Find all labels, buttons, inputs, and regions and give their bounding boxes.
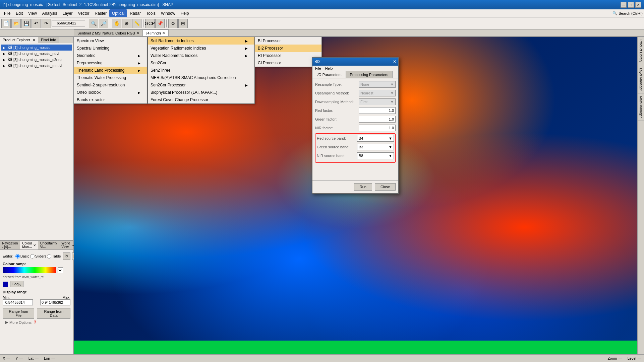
toolbar-select[interactable]: ⊕: [122, 19, 131, 28]
world-view-tab[interactable]: World View: [59, 241, 72, 249]
menu-vector[interactable]: Vector: [75, 9, 92, 17]
menu-vegetation-radiometric[interactable]: Vegetation Radiometric Indices ▶: [148, 45, 254, 52]
maximize-button[interactable]: □: [628, 2, 634, 8]
toolbar-new[interactable]: 📄: [1, 19, 11, 28]
menu-biophysical[interactable]: Biophysical Processor (LAI, fAPAR...): [148, 89, 254, 96]
minimize-button[interactable]: —: [621, 2, 627, 8]
run-button[interactable]: Run: [354, 183, 372, 191]
tab-mndri[interactable]: [4] mndri ✕: [143, 29, 169, 36]
min-input[interactable]: [3, 299, 33, 305]
nir-source-band-row: NIR source band: B8 ▼: [317, 152, 394, 159]
menu-sentinel2-sr[interactable]: Sentinel-2 super-resolution: [74, 81, 147, 89]
nir-factor-input[interactable]: [359, 125, 396, 131]
layer-manager-tab[interactable]: Layer Manager: [638, 65, 644, 93]
world-view-label: World View: [61, 241, 70, 249]
menu-thematic-water[interactable]: Thematic Water Processing: [74, 74, 147, 81]
toolbar-zoom-in[interactable]: 🔍: [89, 19, 98, 28]
menu-geometric[interactable]: Geometric ▶: [74, 52, 147, 59]
math-manager-tab[interactable]: Math Manager: [638, 93, 644, 121]
toolbar-gcp[interactable]: GCP: [145, 19, 155, 28]
tree-item-2[interactable]: ▶ 🖼 [2] chongming_mosaic_ndvi: [1, 51, 72, 57]
menu-spectral-unmixing[interactable]: Spectral Unmixing: [74, 45, 147, 52]
toolbar-pin[interactable]: 📌: [155, 19, 165, 28]
menu-orfeo[interactable]: OrfeoToolbox ▶: [74, 89, 147, 96]
menu-soil-radiometric[interactable]: Soil Radiometric Indices ▶: [148, 37, 254, 45]
menu-file[interactable]: File: [1, 9, 13, 17]
menu-tools[interactable]: Tools: [143, 9, 158, 17]
menu-sen2cor[interactable]: Sen2Cor: [148, 59, 254, 67]
toolbar-extra1[interactable]: ⚙: [168, 19, 178, 28]
menu-window[interactable]: Window: [158, 9, 178, 17]
toolbar-zoom-out[interactable]: 🔎: [99, 19, 108, 28]
more-options-section[interactable]: ▶ More Options ❓: [3, 319, 70, 326]
menu-help[interactable]: Help: [178, 9, 192, 17]
close-dialog-button[interactable]: Close: [375, 183, 396, 191]
menu-sen2three[interactable]: Sen2Three: [148, 67, 254, 74]
tab-close-icon[interactable]: ✕: [136, 31, 139, 35]
editor-basic-radio[interactable]: [15, 254, 20, 259]
menu-bi2-processor[interactable]: BI2 Processor: [255, 45, 321, 52]
toolbar-measure[interactable]: 📏: [132, 19, 141, 28]
log10-button[interactable]: Log₁₀: [10, 281, 23, 287]
menu-layer[interactable]: Layer: [60, 9, 75, 17]
max-input[interactable]: [40, 299, 70, 305]
dialog-tab-processing[interactable]: Processing Parameters: [346, 71, 393, 78]
tab-natural-colors[interactable]: Sentinel 2 MSI Natural Colors RGB ✕: [74, 29, 143, 36]
menu-preprocessing[interactable]: Preprocessing ▶: [74, 59, 147, 67]
uncertainty-tab[interactable]: Uncertainty Vi---: [38, 241, 60, 249]
menu-edit[interactable]: Edit: [13, 9, 25, 17]
colour-manager-close[interactable]: ✕: [33, 243, 36, 247]
red-factor-row: Red factor:: [315, 107, 396, 114]
toolbar-save[interactable]: 💾: [21, 19, 31, 28]
editor-sliders-radio[interactable]: [30, 254, 35, 259]
toolbar-extra2[interactable]: ⊞: [178, 19, 188, 28]
pixel-info-label: Pixel Info: [41, 38, 56, 42]
pixel-info-tab[interactable]: Pixel Info: [38, 37, 59, 43]
menu-bi-processor[interactable]: BI Processor: [255, 37, 321, 45]
menu-water-radiometric[interactable]: Water Radiometric Indices ▶: [148, 52, 254, 59]
refresh-button[interactable]: ↻: [63, 252, 70, 260]
tab-close-icon[interactable]: ✕: [162, 31, 165, 35]
menu-meris[interactable]: MERIS/(A)ATSR SMAC Atmospheric Correctio…: [148, 74, 254, 81]
toolbar-pan[interactable]: ✋: [112, 19, 121, 28]
green-factor-input[interactable]: [359, 116, 396, 123]
dialog-menu-file[interactable]: File: [315, 66, 321, 70]
range-from-data-button[interactable]: Range from Data: [37, 308, 70, 319]
colour-manager-tab[interactable]: Colour Man--- ✕: [20, 241, 38, 249]
upsampling-select[interactable]: Nearest ▼: [359, 90, 396, 96]
product-explorer-close[interactable]: ✕: [33, 38, 35, 42]
resample-select[interactable]: None ▼: [359, 81, 396, 88]
tree-item-1[interactable]: ▶ 🖼 [1] chongming_mosaic: [1, 45, 72, 51]
menu-sen2cor-processor[interactable]: Sen2Cor Processor ▶: [148, 81, 254, 89]
navigation-tab[interactable]: Navigation - [4]---: [0, 241, 20, 249]
green-source-band-select[interactable]: B3 ▼: [357, 144, 394, 150]
question-icon[interactable]: ❓: [33, 320, 37, 324]
product-library-tab[interactable]: Product Library: [638, 37, 644, 65]
menu-view[interactable]: View: [25, 9, 40, 17]
menu-raster[interactable]: Raster: [92, 9, 109, 17]
downsampling-select[interactable]: First ▼: [359, 98, 396, 105]
colour-ramp-dropdown[interactable]: [58, 267, 63, 273]
range-from-file-button[interactable]: Range from File: [3, 308, 34, 319]
toolbar-redo[interactable]: ↷: [42, 19, 51, 28]
menu-optical[interactable]: Optical: [109, 9, 127, 17]
menu-spectrum-view[interactable]: Spectrum View: [74, 37, 147, 45]
nir-source-band-select[interactable]: B8 ▼: [357, 152, 394, 159]
menu-forest-cover[interactable]: Forest Cover Change Processor: [148, 96, 254, 103]
menu-analysis[interactable]: Analysis: [40, 9, 60, 17]
product-explorer-tab[interactable]: Product Explorer ✕: [0, 37, 38, 43]
red-source-band-select[interactable]: B4 ▼: [357, 135, 394, 142]
editor-table-radio[interactable]: [47, 254, 51, 259]
tree-item-4[interactable]: ▶ 🖼 [4] chongming_mosaic_mndvi: [1, 63, 72, 69]
dialog-menu-help[interactable]: Help: [325, 66, 333, 70]
dialog-tab-io[interactable]: I/O Parameters: [312, 71, 346, 78]
toolbar-open[interactable]: 📂: [11, 19, 21, 28]
menu-bands-extractor[interactable]: Bands extractor: [74, 96, 147, 103]
tree-item-3[interactable]: ▶ 🖼 [3] chongming_mosaic_s2rep: [1, 57, 72, 63]
menu-thematic-land[interactable]: Thematic Land Processing ▶: [74, 67, 147, 74]
toolbar-undo[interactable]: ↶: [32, 19, 41, 28]
red-factor-input[interactable]: [359, 107, 396, 114]
dialog-close-button[interactable]: ✕: [393, 59, 396, 64]
menu-radar[interactable]: Radar: [127, 9, 143, 17]
close-button[interactable]: ✕: [635, 2, 641, 8]
